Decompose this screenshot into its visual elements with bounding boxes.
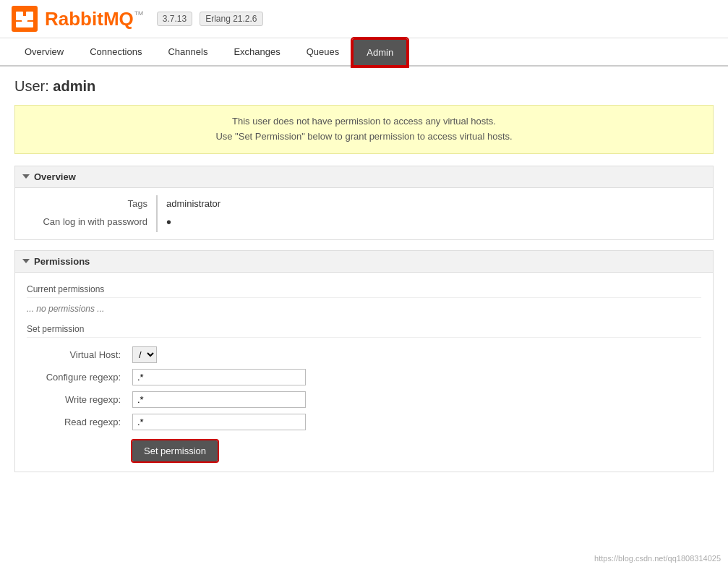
page-content: User: admin This user does not have perm… <box>0 67 728 484</box>
erlang-badge: Erlang 21.2.6 <box>200 12 262 26</box>
write-regexp-cell <box>128 388 701 411</box>
nav-item-queues[interactable]: Queues <box>294 39 353 66</box>
write-regexp-input[interactable] <box>132 391 306 408</box>
overview-section-title: Overview <box>34 171 76 182</box>
version-badge: 3.7.13 <box>157 12 192 26</box>
read-regexp-label: Read regexp: <box>27 411 128 433</box>
nav-item-connections[interactable]: Connections <box>77 39 155 66</box>
overview-section-header[interactable]: Overview <box>15 166 713 188</box>
set-permission-button[interactable]: Set permission <box>132 440 218 461</box>
warning-box: This user does not have permission to ac… <box>14 105 714 154</box>
warning-line2: Use "Set Permission" below to grant perm… <box>30 129 698 145</box>
main-nav: Overview Connections Channels Exchanges … <box>0 38 728 67</box>
virtual-host-label: Virtual Host: <box>27 344 128 366</box>
form-row-configure: Configure regexp: <box>27 366 701 388</box>
virtual-host-select[interactable]: / <box>132 346 157 363</box>
no-permissions-text: ... no permissions ... <box>27 301 701 317</box>
read-regexp-cell <box>128 411 701 433</box>
permissions-section-title: Permissions <box>34 256 90 267</box>
table-row: Tags administrator <box>27 195 701 212</box>
logo-area: RabbitMQ™ 3.7.13 Erlang 21.2.6 <box>12 6 263 32</box>
nav-item-admin[interactable]: Admin <box>352 38 408 67</box>
read-regexp-input[interactable] <box>132 414 306 430</box>
virtual-host-cell: / <box>128 344 701 366</box>
rabbitmq-logo-icon <box>12 6 38 32</box>
form-row-submit: Set permission <box>27 433 701 464</box>
warning-line1: This user does not have permission to ac… <box>30 114 698 129</box>
permissions-collapse-icon <box>22 259 30 263</box>
form-row-write: Write regexp: <box>27 388 701 411</box>
tags-value: administrator <box>157 195 701 212</box>
overview-section: Overview Tags administrator Can log in w… <box>14 166 714 240</box>
permissions-section-header[interactable]: Permissions <box>15 251 713 273</box>
can-login-value: • <box>157 212 701 232</box>
can-login-label: Can log in with password <box>27 212 157 232</box>
svg-rect-4 <box>22 16 27 22</box>
current-permissions-label: Current permissions <box>27 284 701 298</box>
page-title: User: admin <box>14 78 714 95</box>
table-row: Can log in with password • <box>27 212 701 232</box>
permissions-section: Permissions Current permissions ... no p… <box>14 250 714 472</box>
page-header: RabbitMQ™ 3.7.13 Erlang 21.2.6 <box>0 0 728 38</box>
set-permission-form: Virtual Host: / Configure regexp: Write … <box>27 344 701 464</box>
nav-item-channels[interactable]: Channels <box>155 39 220 66</box>
set-permission-label: Set permission <box>27 324 701 338</box>
configure-regexp-cell <box>128 366 701 388</box>
form-row-virtual-host: Virtual Host: / <box>27 344 701 366</box>
form-row-read: Read regexp: <box>27 411 701 433</box>
nav-item-exchanges[interactable]: Exchanges <box>220 39 293 66</box>
permissions-section-body: Current permissions ... no permissions .… <box>15 273 713 472</box>
logo-text: RabbitMQ™ <box>45 8 144 30</box>
tags-label: Tags <box>27 195 157 212</box>
svg-rect-3 <box>16 22 33 27</box>
overview-table: Tags administrator Can log in with passw… <box>27 195 701 232</box>
write-regexp-label: Write regexp: <box>27 388 128 411</box>
configure-regexp-label: Configure regexp: <box>27 366 128 388</box>
overview-collapse-icon <box>22 174 30 179</box>
overview-section-body: Tags administrator Can log in with passw… <box>15 188 713 239</box>
configure-regexp-input[interactable] <box>132 369 306 385</box>
nav-item-overview[interactable]: Overview <box>12 39 77 66</box>
